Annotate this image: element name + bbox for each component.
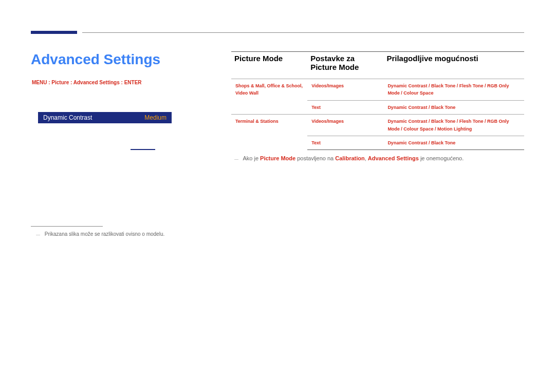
cell-options: Dynamic Contrast / Black Tone / Flesh To… [383, 79, 524, 101]
bullet-icon: ― [36, 232, 40, 237]
cell-setting: Videos/Images [307, 79, 383, 101]
cell-setting: Text [307, 136, 383, 150]
options-table-area: Picture Mode Postavke za Picture Mode Pr… [231, 51, 524, 161]
note-text-pre: Ako je [243, 155, 260, 161]
table-header-options: Prilagodljive mogućnosti [383, 52, 524, 79]
page-title: Advanced Settings [31, 51, 160, 68]
footnote-text: Prikazana slika može se razlikovati ovis… [45, 231, 164, 237]
cell-setting: Videos/Images [307, 115, 383, 136]
preview-value: Medium [144, 114, 166, 121]
footnote-rule [31, 226, 103, 227]
table-row: Terminal & Stations Videos/Images Dynami… [231, 115, 524, 136]
note-text-post: je onemogućeno. [419, 155, 464, 161]
note-text-mid: postavljeno na [295, 155, 335, 161]
options-table: Picture Mode Postavke za Picture Mode Pr… [231, 51, 524, 150]
cell-mode: Terminal & Stations [231, 115, 307, 150]
bullet-icon: ― [234, 157, 238, 161]
note-highlight: Calibration [335, 155, 364, 161]
preview-indicator [131, 149, 155, 150]
cell-options: Dynamic Contrast / Black Tone [383, 136, 524, 150]
cell-options: Dynamic Contrast / Black Tone [383, 100, 524, 114]
cell-mode: Shops & Mall, Office & School, Video Wal… [231, 79, 307, 115]
table-note: ― Ako je Picture Mode postavljeno na Cal… [231, 155, 524, 161]
footnote: ― Prikazana slika može se razlikovati ov… [36, 231, 164, 237]
table-header-postavke: Postavke za Picture Mode [307, 52, 383, 79]
cell-options: Dynamic Contrast / Black Tone / Flesh To… [383, 115, 524, 136]
cell-setting: Text [307, 100, 383, 114]
table-header-picture-mode: Picture Mode [231, 52, 307, 79]
note-highlight: Picture Mode [260, 155, 295, 161]
menu-path: MENU : Picture : Advanced Settings : ENT… [32, 80, 142, 85]
header-rule [82, 32, 524, 33]
note-highlight: Advanced Settings [368, 155, 419, 161]
section-accent-bar [31, 31, 77, 34]
preview-row: Dynamic Contrast Medium [38, 112, 172, 123]
preview-label: Dynamic Contrast [43, 114, 92, 121]
table-row: Shops & Mall, Office & School, Video Wal… [231, 79, 524, 101]
settings-preview: Dynamic Contrast Medium [38, 112, 172, 153]
